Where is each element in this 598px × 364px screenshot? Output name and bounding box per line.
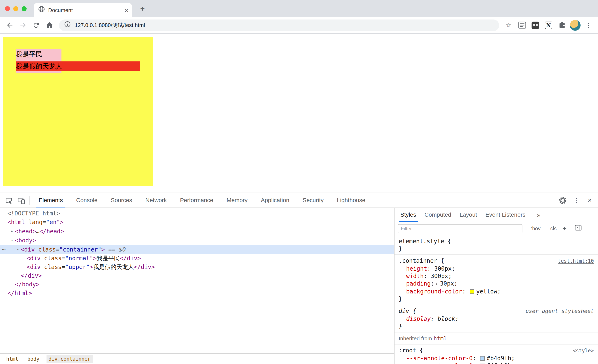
forward-button[interactable] <box>17 19 29 31</box>
back-button[interactable] <box>3 19 16 31</box>
dollar-zero-flag: == $0 <box>108 246 126 253</box>
css-property-height[interactable]: height: 300px; <box>399 265 594 272</box>
elements-pane: <!DOCTYPE html> <html lang="en"> ▸<head>… <box>0 208 395 364</box>
globe-favicon-icon <box>38 6 45 14</box>
tab-close-icon[interactable]: × <box>125 7 128 13</box>
tree-row-doctype[interactable]: <!DOCTYPE html> <box>0 209 394 218</box>
reading-list-extension-icon[interactable] <box>516 19 528 31</box>
css-property-annote-color-1[interactable]: --sr-annote-color-1: #ffeb3b; <box>399 362 594 364</box>
expand-shorthand-icon[interactable]: ▸ <box>436 280 438 288</box>
selector: :root <box>399 347 416 354</box>
bookmark-star-icon[interactable]: ☆ <box>502 19 515 31</box>
expand-arrow-icon[interactable]: ▸ <box>9 226 15 235</box>
color-swatch[interactable] <box>469 289 474 294</box>
tree-row-body-close[interactable]: </body> <box>0 280 394 289</box>
stylesheet-source-link[interactable]: test.html:10 <box>555 257 594 265</box>
tree-row-html-open[interactable]: <html lang="en"> <box>0 218 394 226</box>
tab-network[interactable]: Network <box>139 193 173 208</box>
fullscreen-window-button[interactable] <box>22 6 27 11</box>
css-property-annote-color-0[interactable]: --sr-annote-color-0: #b4d9fb; <box>399 355 594 362</box>
tree-row-div-upper[interactable]: <div class="upper">我是假的天龙人</div> <box>0 263 394 271</box>
devtools-close-icon[interactable]: × <box>584 194 596 206</box>
profile-avatar[interactable] <box>569 19 581 31</box>
user-agent-div-rule[interactable]: div {user agent stylesheet display: bloc… <box>395 305 598 332</box>
tab-security[interactable]: Security <box>296 193 330 208</box>
site-info-icon[interactable] <box>64 21 71 30</box>
inherited-node-link[interactable]: html <box>433 335 447 342</box>
tab-computed[interactable]: Computed <box>420 208 455 222</box>
css-property-padding[interactable]: padding:▸30px; <box>399 280 594 288</box>
url-text[interactable]: 127.0.0.1:8080/测试/test.html <box>75 21 145 29</box>
url-bar[interactable]: 127.0.0.1:8080/测试/test.html <box>59 19 499 31</box>
css-property-width[interactable]: width: 300px; <box>399 272 594 280</box>
tree-row-head[interactable]: ▸<head>…</head> <box>0 226 394 236</box>
class-toggle[interactable]: .cls <box>549 226 557 231</box>
tab-console[interactable]: Console <box>70 193 104 208</box>
hover-state-toggle[interactable]: :hov <box>531 226 540 231</box>
tree-row-div-normal[interactable]: <div class="normal">我是平民</div> <box>0 254 394 263</box>
styles-sidebar: Styles Computed Layout Event Listeners »… <box>395 208 598 364</box>
breadcrumb-div-containner[interactable]: div.containner <box>47 355 93 363</box>
page-viewport: 我是平民 我是假的天龙人 <box>0 34 598 193</box>
tab-strip: Document × + <box>0 0 598 17</box>
tab-elements[interactable]: Elements <box>32 193 70 208</box>
browser-menu-icon[interactable]: ⋮ <box>582 19 595 31</box>
tab-title: Document <box>48 7 121 13</box>
extensions-puzzle-icon[interactable] <box>556 19 568 31</box>
browser-tab[interactable]: Document × <box>34 3 132 17</box>
tampermonkey-extension-icon[interactable] <box>529 19 541 31</box>
devtools-tabs: Elements Console Sources Network Perform… <box>32 193 372 208</box>
tab-performance[interactable]: Performance <box>173 193 220 208</box>
css-property-display[interactable]: display: block; <box>399 315 594 323</box>
more-actions-icon[interactable]: … <box>2 244 6 253</box>
upper-div: 我是假的天龙人 <box>16 61 140 71</box>
inherited-from-section: Inherited from html <box>395 332 598 345</box>
devtools-toolbar: Elements Console Sources Network Perform… <box>0 193 598 208</box>
containner-rule[interactable]: .containner {test.html:10 height: 300px;… <box>395 255 598 305</box>
inspect-element-icon[interactable] <box>2 194 15 206</box>
notion-extension-icon[interactable]: N <box>542 19 555 31</box>
user-agent-stylesheet-label: user agent stylesheet <box>522 307 594 315</box>
new-tab-button[interactable]: + <box>137 3 148 14</box>
devtools-settings-gear-icon[interactable] <box>556 194 569 206</box>
tabs-overflow-chevron-icon[interactable]: » <box>537 211 540 218</box>
selector: div <box>399 307 409 314</box>
tree-row-html-close[interactable]: </html> <box>0 289 394 298</box>
new-style-rule-button[interactable]: + <box>563 224 567 233</box>
tab-memory[interactable]: Memory <box>220 193 254 208</box>
minimize-window-button[interactable] <box>13 6 18 11</box>
css-property-background-color[interactable]: background-color: yellow; <box>399 288 594 295</box>
element-style-rule[interactable]: element.style { } <box>395 235 598 255</box>
computed-pane-toggle-icon[interactable] <box>575 225 582 232</box>
tab-layout[interactable]: Layout <box>455 208 481 222</box>
tab-styles[interactable]: Styles <box>396 208 420 222</box>
toolbar-divider <box>29 196 30 205</box>
tree-row-body-open[interactable]: ▾<body> <box>0 236 394 245</box>
traffic-lights <box>5 6 27 11</box>
reload-button[interactable] <box>30 19 42 31</box>
dom-tree: <!DOCTYPE html> <html lang="en"> ▸<head>… <box>0 208 394 353</box>
devtools-menu-icon[interactable]: ⋮ <box>571 194 582 206</box>
tree-row-div-containner-selected[interactable]: …▾<div class="containner"> == $0 <box>0 245 394 254</box>
tab-lighthouse[interactable]: Lighthouse <box>330 193 372 208</box>
tree-row-div-close[interactable]: </div> <box>0 271 394 280</box>
tab-application[interactable]: Application <box>254 193 296 208</box>
style-source-link[interactable]: <style> <box>570 347 594 355</box>
styles-filter-input[interactable] <box>398 224 523 233</box>
breadcrumb: html body div.containner <box>0 353 394 364</box>
color-swatch[interactable] <box>480 356 485 361</box>
home-button[interactable] <box>43 19 56 31</box>
tab-sources[interactable]: Sources <box>104 193 139 208</box>
collapse-arrow-icon[interactable]: ▾ <box>9 236 15 244</box>
tab-event-listeners[interactable]: Event Listeners <box>481 208 530 222</box>
styles-sidebar-tabs: Styles Computed Layout Event Listeners » <box>395 208 598 222</box>
breadcrumb-html[interactable]: html <box>4 355 20 363</box>
styles-rules-list: element.style { } .containner {test.html… <box>395 235 598 364</box>
container-div: 我是平民 我是假的天龙人 <box>3 37 153 186</box>
breadcrumb-body[interactable]: body <box>25 355 42 363</box>
device-toolbar-icon[interactable] <box>15 194 27 206</box>
root-rule[interactable]: :root {<style> --sr-annote-color-0: #b4d… <box>395 345 598 364</box>
close-window-button[interactable] <box>5 6 10 11</box>
collapse-arrow-icon[interactable]: ▾ <box>15 245 21 254</box>
navigation-bar: 127.0.0.1:8080/测试/test.html ☆ N ⋮ <box>0 17 598 34</box>
